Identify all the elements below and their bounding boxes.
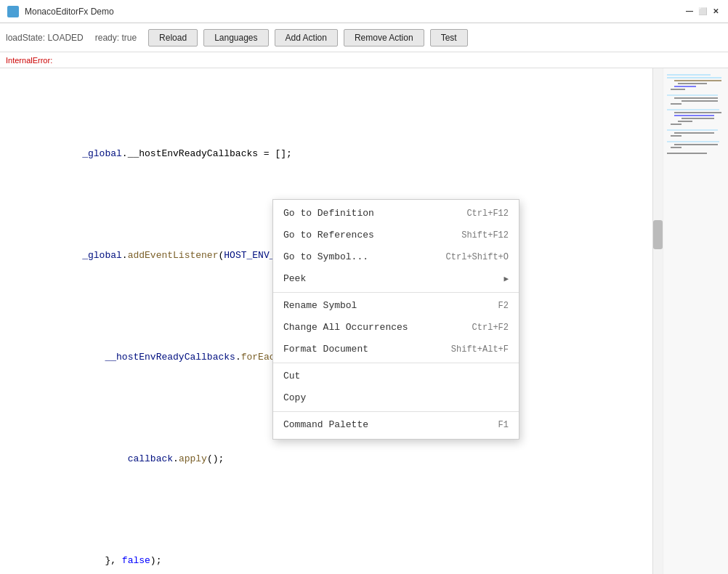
toolbar: loadState: LOADED ready: true Reload Lan… [0,23,728,52]
add-action-button[interactable]: Add Action [275,29,338,47]
scrollbar[interactable] [652,68,663,574]
svg-rect-14 [682,118,714,119]
context-menu[interactable]: Go to Definition Ctrl+F12 Go to Referenc… [272,199,519,440]
ctx-change-occurrences[interactable]: Change All Occurrences Ctrl+F2 [273,317,519,339]
ctx-label: Change All Occurrences [283,320,472,335]
svg-rect-3 [674,80,721,81]
ctx-shortcut: F2 [498,299,509,313]
ctx-copy[interactable]: Copy [273,387,519,409]
ready-state: ready: true [95,33,137,43]
ctx-shortcut: Ctrl+F12 [466,206,509,221]
svg-rect-22 [671,147,682,148]
svg-rect-12 [674,112,721,113]
ctx-label: Go to Symbol... [283,250,446,264]
ctx-shortcut: Ctrl+F2 [472,320,509,335]
maximize-button[interactable]: ⬜ [697,7,708,17]
svg-rect-9 [682,100,718,102]
svg-rect-11 [667,109,719,110]
code-line: callback.apply(); [0,437,652,481]
ctx-goto-definition[interactable]: Go to Definition Ctrl+F12 [273,203,519,225]
ctx-command-palette[interactable]: Command Palette F1 [273,414,519,436]
svg-rect-23 [667,153,707,154]
load-state: loadState: LOADED [6,33,84,43]
minimap [663,68,728,574]
svg-rect-7 [667,94,718,96]
ctx-shortcut: Ctrl+Shift+O [446,250,509,264]
ctx-label: Go to References [283,228,461,243]
ctx-rename-symbol[interactable]: Rename Symbol F2 [273,295,519,317]
test-button[interactable]: Test [430,29,468,47]
svg-rect-17 [667,129,718,131]
svg-rect-18 [674,132,714,134]
reload-button[interactable]: Reload [148,29,198,47]
ctx-peek[interactable]: Peek ▶ [273,268,519,290]
remove-action-button[interactable]: Remove Action [344,29,424,47]
title-bar: MonacoEditorFx Demo — ⬜ ✕ [0,0,728,23]
ctx-separator [273,411,519,412]
code-line: }, false); [0,539,652,574]
svg-rect-6 [671,89,685,90]
svg-rect-13 [674,115,714,116]
ctx-shortcut: F1 [498,418,509,432]
ctx-label: Go to Definition [283,206,466,221]
svg-rect-8 [674,97,718,99]
ctx-label: Copy [283,391,509,405]
languages-button[interactable]: Languages [203,29,268,47]
ctx-separator [273,292,519,293]
app-title: MonacoEditorFx Demo [25,7,679,17]
ctx-label: Cut [283,369,509,384]
ctx-cut[interactable]: Cut [273,365,519,387]
ctx-label: Command Palette [283,418,498,432]
ctx-shortcut: Shift+Alt+F [451,342,509,357]
svg-rect-20 [667,141,719,142]
code-line: _global.__hostEnvReadyCallbacks = []; [0,132,652,176]
svg-rect-19 [671,135,682,137]
status-label: InternalError: [6,56,52,65]
ctx-goto-references[interactable]: Go to References Shift+F12 [273,225,519,246]
ctx-arrow-icon: ▶ [503,272,509,286]
ctx-goto-symbol[interactable]: Go to Symbol... Ctrl+Shift+O [273,246,519,268]
app-icon [7,6,19,17]
svg-rect-5 [674,86,696,87]
ctx-label: Rename Symbol [283,299,498,313]
svg-rect-21 [674,144,718,145]
ctx-format-document[interactable]: Format Document Shift+Alt+F [273,339,519,360]
ctx-separator [273,363,519,363]
minimap-canvas [663,68,728,574]
editor-container: _global.__hostEnvReadyCallbacks = []; _g… [0,68,728,574]
code-editor[interactable]: _global.__hostEnvReadyCallbacks = []; _g… [0,68,652,574]
window-controls[interactable]: — ⬜ ✕ [684,7,721,17]
ctx-label: Format Document [283,342,451,357]
svg-rect-10 [671,103,682,105]
svg-rect-1 [667,74,711,76]
minimize-button[interactable]: — [684,7,695,17]
svg-rect-16 [671,124,682,125]
svg-rect-2 [667,77,721,78]
ctx-label: Peek [283,272,503,286]
svg-rect-15 [678,121,692,122]
svg-rect-4 [678,83,707,84]
status-bar: InternalError: [0,52,728,68]
ctx-shortcut: Shift+F12 [461,228,509,243]
scrollbar-thumb[interactable] [653,220,663,249]
close-button[interactable]: ✕ [711,7,721,17]
